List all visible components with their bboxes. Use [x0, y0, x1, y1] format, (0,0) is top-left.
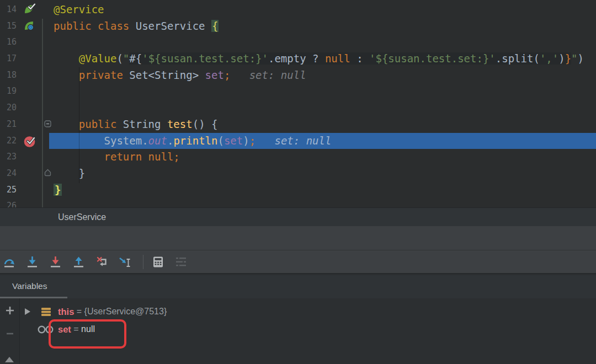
tool-window-tabs: Variables: [0, 275, 596, 298]
gutter-line: 17: [0, 51, 49, 67]
line-number: 18: [0, 67, 17, 84]
equals-sign: =: [74, 307, 84, 317]
breadcrumb-class[interactable]: UserService: [58, 208, 106, 226]
view-options-button[interactable]: [174, 255, 188, 269]
variable-row-set[interactable]: set = null: [20, 320, 596, 338]
expand-arrow-icon[interactable]: [24, 308, 32, 315]
editor-gutter: 14151617181920212223242526: [0, 2, 49, 207]
step-over-icon: [3, 256, 15, 268]
remove-watch-button[interactable]: [6, 331, 14, 336]
add-watch-button[interactable]: [4, 305, 15, 316]
step-into-button[interactable]: [26, 255, 39, 269]
force-step-into-button[interactable]: [49, 255, 62, 269]
view-options-icon: [175, 256, 187, 267]
line-number: 17: [0, 51, 17, 67]
line-number: 25: [0, 182, 17, 199]
tab-variables[interactable]: Variables: [12, 275, 47, 297]
code-line: @Value("#{'${susan.test.set:}'.empty ? n…: [54, 51, 596, 67]
gutter-line: 26: [0, 198, 49, 207]
variable-value: null: [81, 324, 95, 334]
line-number: 16: [0, 34, 17, 51]
breadcrumb-bar: UserService: [0, 207, 596, 226]
variables-side-toolbar: [0, 298, 20, 364]
variable-name: this: [58, 307, 74, 317]
code-line: }: [54, 182, 596, 199]
run-to-cursor-button[interactable]: [119, 255, 132, 269]
force-step-into-icon: [50, 256, 62, 268]
line-number: 21: [0, 116, 17, 133]
line-number: 24: [0, 165, 17, 182]
variable-row-this[interactable]: this = {UserService@7513}: [20, 303, 596, 320]
step-over-button[interactable]: [3, 255, 16, 269]
spring-bean-check-icon[interactable]: [23, 3, 36, 15]
step-out-icon: [73, 256, 85, 268]
evaluate-expression-button[interactable]: [151, 255, 164, 269]
code-line: public String test() {: [54, 116, 596, 133]
variable-name: set: [58, 324, 71, 335]
variable-value: {UserService@7513}: [84, 307, 167, 317]
debug-stepping-toolbar: [0, 250, 596, 274]
line-number: 19: [0, 83, 17, 100]
code-line: }: [54, 165, 596, 182]
code-line: @Service: [54, 2, 596, 18]
line-number: 26: [0, 198, 17, 207]
drop-frame-icon: [96, 256, 108, 268]
execution-code-line: System.out.println(set); set: null: [54, 133, 596, 149]
intellij-debugger-window: 14151617181920212223242526 @Servicepubli…: [0, 0, 596, 364]
watch-icon: [36, 325, 55, 334]
code-line: return null;: [54, 149, 596, 165]
line-number: 23: [0, 149, 17, 165]
equals-sign: =: [71, 324, 81, 334]
code-line: public class UserService {: [54, 18, 596, 35]
gutter-line: 16: [0, 34, 49, 51]
evaluate-expression-icon: [152, 256, 164, 268]
spring-bean-icon[interactable]: [23, 20, 35, 32]
gutter-line: 15: [0, 18, 49, 35]
step-out-button[interactable]: [72, 255, 86, 269]
gutter-line: 25: [0, 182, 49, 199]
line-number: 14: [0, 2, 17, 18]
fold-end-icon[interactable]: [44, 169, 51, 176]
gutter-line: 19: [0, 83, 49, 100]
scroll-up-button[interactable]: [4, 356, 14, 363]
code-line: [54, 34, 596, 51]
line-number: 15: [0, 18, 17, 35]
gutter-line: 18: [0, 67, 49, 84]
line-number: 22: [0, 133, 17, 149]
run-to-cursor-icon: [119, 256, 132, 268]
line-number: 20: [0, 100, 17, 116]
code-line: [54, 83, 596, 100]
code-editor-pane[interactable]: 14151617181920212223242526 @Servicepubli…: [0, 0, 596, 207]
variables-tree: this = {UserService@7513}set = null: [20, 303, 596, 338]
drop-frame-button[interactable]: [95, 255, 109, 269]
gutter-line: 14: [0, 2, 49, 18]
breakpoint-verified-icon[interactable]: [23, 135, 37, 148]
fold-collapse-icon[interactable]: [44, 120, 51, 127]
code-line: private Set<String> set; set: null: [54, 67, 596, 84]
code-line: [54, 198, 596, 207]
toolbar-separator: [143, 255, 143, 269]
gutter-line: 23: [0, 149, 49, 165]
variables-panel: this = {UserService@7513}set = null: [0, 298, 596, 364]
tab-variables-underline: [0, 297, 67, 298]
gutter-line: 22: [0, 133, 49, 149]
gutter-line: 21: [0, 116, 49, 133]
this-variable-icon: [36, 307, 55, 317]
gutter-line: 20: [0, 100, 49, 116]
code-line: [54, 100, 596, 116]
frames-panel: [0, 226, 596, 250]
code-lines: @Servicepublic class UserService { @Valu…: [54, 2, 596, 207]
step-into-icon: [26, 256, 39, 268]
gutter-line: 24: [0, 165, 49, 182]
